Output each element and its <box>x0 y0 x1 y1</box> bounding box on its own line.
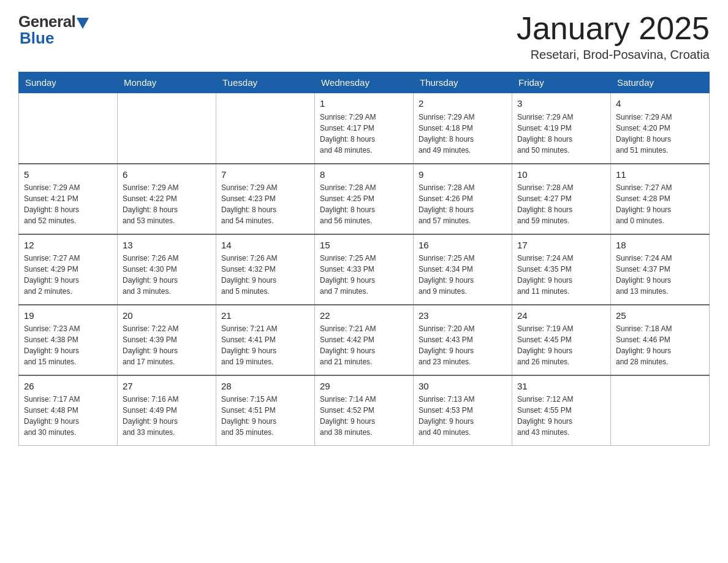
calendar-cell <box>216 93 315 164</box>
title-section: January 2025 Resetari, Brod-Posavina, Cr… <box>517 12 710 62</box>
day-info: Sunrise: 7:21 AMSunset: 4:42 PMDaylight:… <box>320 323 408 367</box>
day-info: Sunrise: 7:21 AMSunset: 4:41 PMDaylight:… <box>221 323 309 367</box>
day-info: Sunrise: 7:19 AMSunset: 4:45 PMDaylight:… <box>517 323 605 367</box>
day-number: 4 <box>616 97 704 110</box>
calendar-cell: 22Sunrise: 7:21 AMSunset: 4:42 PMDayligh… <box>315 305 414 375</box>
calendar-cell: 8Sunrise: 7:28 AMSunset: 4:25 PMDaylight… <box>315 164 414 234</box>
calendar-cell: 1Sunrise: 7:29 AMSunset: 4:17 PMDaylight… <box>315 93 414 164</box>
day-number: 28 <box>221 380 309 393</box>
day-number: 24 <box>517 309 605 323</box>
header-cell-thursday: Thursday <box>414 72 512 93</box>
day-number: 23 <box>419 309 507 323</box>
day-number: 9 <box>419 168 507 182</box>
week-row-2: 5Sunrise: 7:29 AMSunset: 4:21 PMDaylight… <box>19 164 710 234</box>
page-header: General Blue January 2025 Resetari, Brod… <box>18 12 710 62</box>
calendar-cell: 29Sunrise: 7:14 AMSunset: 4:52 PMDayligh… <box>315 375 414 446</box>
day-number: 18 <box>616 239 704 252</box>
location-text: Resetari, Brod-Posavina, Croatia <box>517 48 710 62</box>
calendar-cell: 19Sunrise: 7:23 AMSunset: 4:38 PMDayligh… <box>19 305 118 375</box>
day-number: 15 <box>320 239 408 252</box>
day-info: Sunrise: 7:18 AMSunset: 4:46 PMDaylight:… <box>616 323 704 367</box>
calendar-cell <box>611 375 710 446</box>
week-row-3: 12Sunrise: 7:27 AMSunset: 4:29 PMDayligh… <box>19 234 710 305</box>
calendar-cell <box>118 93 216 164</box>
calendar-cell: 25Sunrise: 7:18 AMSunset: 4:46 PMDayligh… <box>611 305 710 375</box>
day-number: 3 <box>517 97 605 110</box>
day-info: Sunrise: 7:25 AMSunset: 4:33 PMDaylight:… <box>320 253 408 297</box>
calendar-cell: 10Sunrise: 7:28 AMSunset: 4:27 PMDayligh… <box>512 164 611 234</box>
logo: General Blue <box>18 12 89 48</box>
calendar-cell: 28Sunrise: 7:15 AMSunset: 4:51 PMDayligh… <box>216 375 315 446</box>
calendar-cell: 15Sunrise: 7:25 AMSunset: 4:33 PMDayligh… <box>315 234 414 305</box>
week-row-1: 1Sunrise: 7:29 AMSunset: 4:17 PMDaylight… <box>19 93 710 164</box>
day-info: Sunrise: 7:22 AMSunset: 4:39 PMDaylight:… <box>123 323 211 367</box>
day-number: 11 <box>616 168 704 182</box>
calendar-cell: 24Sunrise: 7:19 AMSunset: 4:45 PMDayligh… <box>512 305 611 375</box>
day-info: Sunrise: 7:27 AMSunset: 4:29 PMDaylight:… <box>24 253 112 297</box>
calendar-cell: 23Sunrise: 7:20 AMSunset: 4:43 PMDayligh… <box>414 305 512 375</box>
day-number: 13 <box>123 239 211 252</box>
header-cell-saturday: Saturday <box>611 72 710 93</box>
week-row-5: 26Sunrise: 7:17 AMSunset: 4:48 PMDayligh… <box>19 375 710 446</box>
calendar-cell: 16Sunrise: 7:25 AMSunset: 4:34 PMDayligh… <box>414 234 512 305</box>
day-info: Sunrise: 7:27 AMSunset: 4:28 PMDaylight:… <box>616 182 704 226</box>
day-info: Sunrise: 7:29 AMSunset: 4:22 PMDaylight:… <box>123 182 211 226</box>
day-number: 30 <box>419 380 507 393</box>
day-info: Sunrise: 7:17 AMSunset: 4:48 PMDaylight:… <box>24 394 112 438</box>
calendar-cell: 9Sunrise: 7:28 AMSunset: 4:26 PMDaylight… <box>414 164 512 234</box>
day-number: 6 <box>123 168 211 182</box>
calendar-table: SundayMondayTuesdayWednesdayThursdayFrid… <box>18 72 710 446</box>
day-info: Sunrise: 7:20 AMSunset: 4:43 PMDaylight:… <box>419 323 507 367</box>
header-cell-friday: Friday <box>512 72 611 93</box>
calendar-cell: 3Sunrise: 7:29 AMSunset: 4:19 PMDaylight… <box>512 93 611 164</box>
day-info: Sunrise: 7:16 AMSunset: 4:49 PMDaylight:… <box>123 394 211 438</box>
calendar-cell: 26Sunrise: 7:17 AMSunset: 4:48 PMDayligh… <box>19 375 118 446</box>
day-number: 29 <box>320 380 408 393</box>
logo-blue-text: Blue <box>20 29 54 48</box>
calendar-cell: 14Sunrise: 7:26 AMSunset: 4:32 PMDayligh… <box>216 234 315 305</box>
logo-triangle-icon <box>77 18 89 29</box>
day-info: Sunrise: 7:29 AMSunset: 4:18 PMDaylight:… <box>419 112 507 156</box>
day-info: Sunrise: 7:29 AMSunset: 4:17 PMDaylight:… <box>320 112 408 156</box>
day-number: 31 <box>517 380 605 393</box>
calendar-cell: 27Sunrise: 7:16 AMSunset: 4:49 PMDayligh… <box>118 375 216 446</box>
calendar-cell: 4Sunrise: 7:29 AMSunset: 4:20 PMDaylight… <box>611 93 710 164</box>
calendar-cell: 7Sunrise: 7:29 AMSunset: 4:23 PMDaylight… <box>216 164 315 234</box>
calendar-body: 1Sunrise: 7:29 AMSunset: 4:17 PMDaylight… <box>19 93 710 446</box>
calendar-cell: 30Sunrise: 7:13 AMSunset: 4:53 PMDayligh… <box>414 375 512 446</box>
day-number: 14 <box>221 239 309 252</box>
day-info: Sunrise: 7:26 AMSunset: 4:32 PMDaylight:… <box>221 253 309 297</box>
day-info: Sunrise: 7:14 AMSunset: 4:52 PMDaylight:… <box>320 394 408 438</box>
header-cell-wednesday: Wednesday <box>315 72 414 93</box>
day-info: Sunrise: 7:25 AMSunset: 4:34 PMDaylight:… <box>419 253 507 297</box>
day-number: 5 <box>24 168 112 182</box>
day-number: 7 <box>221 168 309 182</box>
day-info: Sunrise: 7:29 AMSunset: 4:21 PMDaylight:… <box>24 182 112 226</box>
header-row: SundayMondayTuesdayWednesdayThursdayFrid… <box>19 72 710 93</box>
header-cell-monday: Monday <box>118 72 216 93</box>
day-number: 20 <box>123 309 211 323</box>
day-number: 27 <box>123 380 211 393</box>
calendar-cell: 5Sunrise: 7:29 AMSunset: 4:21 PMDaylight… <box>19 164 118 234</box>
header-cell-tuesday: Tuesday <box>216 72 315 93</box>
calendar-cell: 31Sunrise: 7:12 AMSunset: 4:55 PMDayligh… <box>512 375 611 446</box>
week-row-4: 19Sunrise: 7:23 AMSunset: 4:38 PMDayligh… <box>19 305 710 375</box>
day-number: 19 <box>24 309 112 323</box>
day-number: 10 <box>517 168 605 182</box>
calendar-cell: 13Sunrise: 7:26 AMSunset: 4:30 PMDayligh… <box>118 234 216 305</box>
month-title: January 2025 <box>517 12 710 44</box>
day-number: 16 <box>419 239 507 252</box>
day-number: 26 <box>24 380 112 393</box>
day-info: Sunrise: 7:23 AMSunset: 4:38 PMDaylight:… <box>24 323 112 367</box>
calendar-cell: 21Sunrise: 7:21 AMSunset: 4:41 PMDayligh… <box>216 305 315 375</box>
day-info: Sunrise: 7:29 AMSunset: 4:23 PMDaylight:… <box>221 182 309 226</box>
day-info: Sunrise: 7:28 AMSunset: 4:26 PMDaylight:… <box>419 182 507 226</box>
calendar-cell: 17Sunrise: 7:24 AMSunset: 4:35 PMDayligh… <box>512 234 611 305</box>
day-info: Sunrise: 7:13 AMSunset: 4:53 PMDaylight:… <box>419 394 507 438</box>
day-number: 21 <box>221 309 309 323</box>
day-number: 17 <box>517 239 605 252</box>
calendar-cell <box>19 93 118 164</box>
day-info: Sunrise: 7:26 AMSunset: 4:30 PMDaylight:… <box>123 253 211 297</box>
calendar-cell: 11Sunrise: 7:27 AMSunset: 4:28 PMDayligh… <box>611 164 710 234</box>
day-number: 22 <box>320 309 408 323</box>
